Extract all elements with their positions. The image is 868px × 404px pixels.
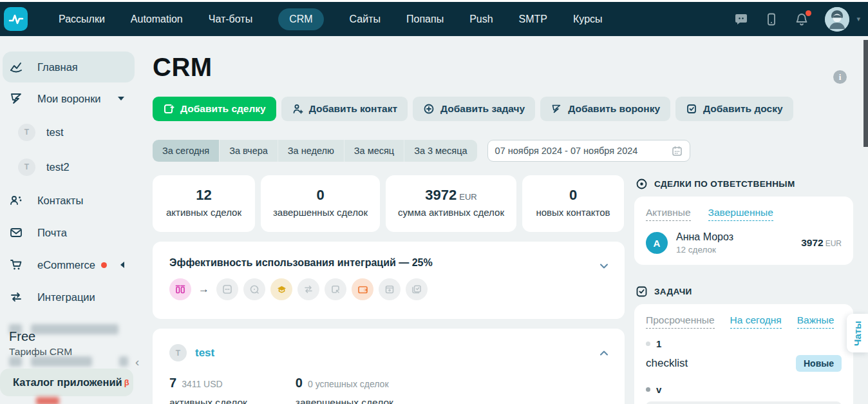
task-count-row: 1 — [646, 338, 842, 349]
nav-item-crm[interactable]: CRM — [278, 8, 323, 30]
tab-active-deals[interactable]: Активные — [646, 207, 691, 221]
swap-arrows-icon — [9, 290, 23, 304]
add-contact-button[interactable]: Добавить контакт — [281, 97, 408, 121]
segment-week[interactable]: За неделю — [278, 140, 344, 162]
sidebar-item-funnel-test[interactable]: T test — [3, 117, 135, 148]
tasks-header: ЗАДАЧИ — [636, 285, 853, 298]
sidebar-item-label: Интеграции — [37, 291, 95, 303]
avatar-chevron-down-icon[interactable]: ▾ — [856, 15, 860, 23]
stat-label: активных сделок — [153, 207, 255, 218]
section-title: СДЕЛКИ ПО ОТВЕТСТВЕННЫМ — [654, 179, 795, 189]
funnel-avatar: T — [18, 124, 35, 141]
crm-integration-icon[interactable] — [325, 278, 346, 300]
nav-item-chatbots[interactable]: Чат-боты — [209, 14, 252, 25]
tab-closed-deals[interactable]: Завершенные — [708, 207, 773, 221]
stat-value: 3972 — [425, 187, 457, 203]
tab-today[interactable]: На сегодня — [730, 314, 782, 329]
calendar-integration-icon[interactable] — [379, 278, 401, 300]
task-board-row[interactable]: checklist Новые — [646, 355, 842, 372]
nav-item-smtp[interactable]: SMTP — [519, 14, 547, 25]
dashboard-column: 12 активных сделок 0 завершенных сделок … — [153, 175, 625, 404]
automation-integration-icon[interactable] — [216, 278, 238, 300]
add-task-button[interactable]: Добавить задачу — [413, 97, 535, 121]
blurred-icon — [9, 356, 22, 367]
add-board-button[interactable]: Добавить доску — [675, 97, 793, 121]
collapse-chevron-icon[interactable] — [599, 261, 609, 274]
sidebar-collapse-icon[interactable]: ‹ — [135, 355, 139, 369]
sidebar-item-funnel-test2[interactable]: T test2 — [3, 151, 135, 182]
collapse-chevron-up-icon[interactable] — [599, 348, 609, 361]
nav-item-automation[interactable]: Automation — [131, 14, 183, 25]
sendpulse-logo[interactable] — [4, 7, 28, 31]
sidebar-item-label: test — [46, 126, 64, 139]
chat-search-integration-icon[interactable] — [243, 278, 265, 300]
funnel-stat-sub: 3411 USD — [182, 379, 223, 389]
blurred-menu-item[interactable] — [9, 356, 128, 368]
info-icon[interactable]: i — [833, 70, 847, 84]
funnel-summary-panel: T test 7 3411 USD активных сделок 0 — [153, 329, 625, 404]
owner-name: Анна Мороз — [676, 231, 733, 243]
section-title: ЗАДАЧИ — [654, 287, 692, 296]
mobile-app-icon[interactable] — [764, 12, 778, 26]
nav-item-push[interactable]: Push — [469, 14, 493, 25]
envelope-icon — [9, 226, 23, 240]
boards-integration-icon[interactable] — [406, 278, 428, 300]
sidebar-item-label: Контакты — [37, 195, 83, 207]
sidebar-item-home[interactable]: Главная — [3, 52, 135, 82]
integrations-icons-row: → — [169, 278, 608, 300]
chevron-down-icon — [118, 97, 124, 101]
tab-overdue[interactable]: Просроченные — [646, 314, 715, 329]
segment-yesterday[interactable]: За вчера — [219, 140, 278, 162]
nav-item-popups[interactable]: Попапы — [406, 14, 444, 25]
line-chart-icon — [9, 60, 23, 74]
funnel-stat-label: активных сделок — [169, 397, 247, 404]
nav-item-courses[interactable]: Курсы — [573, 14, 603, 25]
nav-item-rassylki[interactable]: Рассылки — [59, 14, 105, 25]
add-funnel-button[interactable]: Добавить воронку — [540, 97, 670, 121]
sidebar-item-contacts[interactable]: Контакты — [3, 185, 135, 216]
board-name: checklist — [646, 357, 688, 370]
contacts-icon — [9, 193, 23, 207]
add-deal-button[interactable]: Добавить сделку — [153, 97, 276, 121]
sidebar-item-ecommerce[interactable]: eCommerce — [3, 249, 135, 280]
scrollbar-thumb[interactable] — [863, 40, 868, 147]
beta-badge: β — [124, 378, 129, 387]
payments-integration-icon[interactable] — [352, 278, 373, 300]
chatbot-integration-icon[interactable] — [169, 278, 191, 300]
sidebar-item-my-funnels[interactable]: Мои воронки — [3, 83, 135, 114]
stat-value: 12 — [196, 187, 211, 203]
segment-today[interactable]: За сегодня — [153, 140, 219, 162]
crm-tariffs-link[interactable]: Тарифы CRM — [9, 346, 72, 358]
board-name: v — [656, 384, 661, 395]
education-integration-icon[interactable] — [270, 278, 292, 300]
sidebar-item-mail[interactable]: Почта — [3, 217, 135, 248]
segment-month[interactable]: За месяц — [344, 140, 404, 162]
app-catalog-button[interactable]: Каталог приложений β — [0, 369, 133, 396]
funnel-name-link[interactable]: test — [195, 347, 214, 360]
swap-integration-icon[interactable] — [297, 278, 319, 300]
nav-item-sites[interactable]: Сайты — [350, 14, 381, 25]
add-deal-icon — [163, 103, 175, 115]
filters-row: За сегодня За вчера За неделю За месяц З… — [153, 140, 868, 162]
check-square-icon — [636, 285, 648, 298]
sidebar-item-label: Мои воронки — [37, 93, 101, 105]
owner-row[interactable]: А Анна Мороз 12 сделок 3972EUR — [646, 231, 842, 255]
sidebar-item-label: Главная — [37, 61, 78, 73]
deals-tabs: Активные Завершенные — [646, 207, 842, 221]
sidebar-item-integrations[interactable]: Интеграции — [3, 282, 135, 313]
funnel-stat-label: завершенных сделок — [296, 397, 393, 404]
pulse-icon — [8, 11, 24, 28]
page-scrollbar[interactable] — [863, 36, 868, 404]
segment-3months[interactable]: За 3 месяца — [404, 140, 476, 162]
user-avatar[interactable] — [825, 7, 849, 32]
stat-value: 0 — [569, 187, 577, 203]
date-range-input[interactable]: 07 ноября 2024 - 07 ноября 2024 — [487, 140, 690, 162]
blurred-red-item — [36, 397, 59, 404]
stat-active-deals: 12 активных сделок — [153, 175, 255, 232]
chat-bubble-icon[interactable] — [734, 12, 748, 26]
ecommerce-alert-dot — [101, 262, 107, 268]
notifications-bell-icon[interactable] — [795, 12, 809, 26]
sidebar-item-label: Почта — [37, 227, 67, 239]
tab-important[interactable]: Важные — [797, 314, 835, 329]
stat-new-contacts: 0 новых контактов — [522, 175, 624, 232]
